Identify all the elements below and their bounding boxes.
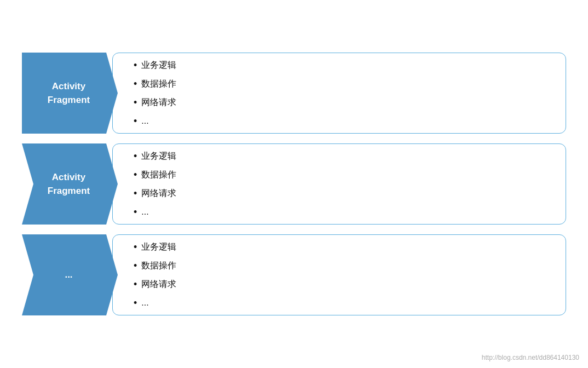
list-item-3-1: 业务逻辑 [134, 238, 550, 256]
arrow-label-1: ActivityFragment [22, 53, 118, 134]
list-item-1-4: ... [134, 112, 550, 130]
row-3: ...业务逻辑数据操作网络请求... [22, 234, 566, 315]
list-item-1-1: 业务逻辑 [134, 56, 550, 74]
list-item-2-3: 网络请求 [134, 184, 550, 203]
list-item-3-2: 数据操作 [134, 256, 550, 275]
arrow-label-3: ... [22, 234, 118, 315]
row-2: ActivityFragment业务逻辑数据操作网络请求... [22, 143, 566, 225]
row-1: ActivityFragment业务逻辑数据操作网络请求... [22, 53, 566, 134]
list-item-3-3: 网络请求 [134, 275, 550, 294]
list-item-2-2: 数据操作 [134, 165, 550, 184]
list-item-3-4: ... [134, 294, 550, 312]
list-item-2-4: ... [134, 203, 550, 221]
list-item-2-1: 业务逻辑 [134, 147, 550, 165]
content-box-1: 业务逻辑数据操作网络请求... [112, 53, 566, 134]
arrow-text-2: ActivityFragment [48, 170, 90, 198]
diagram: ActivityFragment业务逻辑数据操作网络请求...ActivityF… [0, 36, 588, 332]
list-item-1-2: 数据操作 [134, 74, 550, 93]
content-box-2: 业务逻辑数据操作网络请求... [112, 143, 566, 225]
content-box-3: 业务逻辑数据操作网络请求... [112, 234, 566, 315]
arrow-text-1: ActivityFragment [48, 79, 90, 107]
arrow-label-2: ActivityFragment [22, 143, 118, 225]
watermark: http://blog.csdn.net/dd864140130 [482, 354, 579, 361]
arrow-text-3: ... [65, 268, 72, 282]
list-item-1-3: 网络请求 [134, 93, 550, 112]
